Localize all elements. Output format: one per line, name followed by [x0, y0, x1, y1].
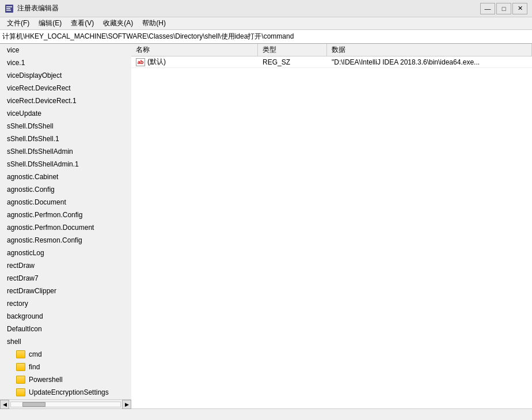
tree-item[interactable]: UpdateEncryptionSettings — [0, 386, 131, 399]
folder-icon — [16, 376, 25, 384]
cell-type: REG_SZ — [258, 56, 327, 67]
col-header-data[interactable]: 数据 — [327, 44, 532, 56]
tree-item[interactable]: DefaultIcon — [0, 323, 131, 335]
tree-horizontal-scrollbar[interactable]: ◀ ▶ — [0, 399, 131, 408]
title-bar-left: 注册表编辑器 — [5, 3, 59, 13]
tree-item-label: Powershell — [29, 374, 63, 385]
tree-items-container: vicevice.1viceDisplayObjectviceRect.Devi… — [0, 44, 131, 399]
tree-item[interactable]: rectDraw7 — [0, 272, 131, 285]
scroll-track[interactable] — [10, 402, 121, 407]
tree-item-label: sShell.DfsShell.1 — [7, 134, 59, 144]
tree-item-label: agnostic.Resmon.Config — [7, 235, 82, 245]
title-bar: 注册表编辑器 — □ ✕ — [0, 0, 532, 17]
tree-item[interactable]: viceRect.DeviceRect.1 — [0, 94, 131, 107]
cell-data: "D:\IDEA\IntelliJ IDEA 2018.3.6\bin\idea… — [327, 56, 532, 67]
address-bar: 计算机\HKEY_LOCAL_MACHINE\SOFTWARE\Classes\… — [0, 30, 532, 44]
tree-item[interactable]: rectory — [0, 297, 131, 310]
tree-item-label: background — [7, 311, 43, 321]
svg-rect-1 — [6, 6, 12, 7]
main-content: vicevice.1viceDisplayObjectviceRect.Devi… — [0, 44, 532, 408]
tree-item[interactable]: viceDisplayObject — [0, 69, 131, 82]
tree-item-label: viceUpdate — [7, 108, 41, 119]
svg-rect-3 — [6, 10, 11, 11]
tree-item-label: rectDraw — [7, 260, 35, 271]
tree-item[interactable]: sShell.DfsShell.1 — [0, 133, 131, 145]
maximize-button[interactable]: □ — [496, 3, 511, 14]
menu-view[interactable]: 查看(V) — [66, 17, 98, 29]
tree-item[interactable]: sShell.DfsShellAdmin — [0, 145, 131, 158]
tree-item-label: sShell.DfsShell — [7, 121, 54, 131]
cell-name: ab(默认) — [131, 56, 258, 67]
tree-item-label: viceDisplayObject — [7, 70, 62, 81]
tree-item-label: agnostic.Config — [7, 184, 55, 195]
tree-item[interactable]: find — [0, 361, 131, 373]
tree-item-label: vice.1 — [7, 58, 25, 68]
scroll-thumb[interactable] — [22, 402, 45, 407]
tree-item-label: sShell.DfsShellAdmin — [7, 146, 73, 157]
folder-icon — [16, 388, 25, 396]
tree-item[interactable]: sShell.DfsShell — [0, 120, 131, 133]
detail-rows-container: ab(默认)REG_SZ"D:\IDEA\IntelliJ IDEA 2018.… — [131, 56, 532, 68]
tree-item[interactable]: Powershell — [0, 373, 131, 386]
registry-value-name: (默认) — [147, 57, 166, 67]
tree-item[interactable]: shell — [0, 335, 131, 348]
menu-edit[interactable]: 编辑(E) — [34, 17, 66, 29]
registry-value-icon: ab — [136, 58, 145, 66]
menu-bar: 文件(F) 编辑(E) 查看(V) 收藏夹(A) 帮助(H) — [0, 17, 532, 30]
tree-item-label: agnostic.Cabinet — [7, 172, 58, 182]
tree-item[interactable]: agnostic.Perfmon.Config — [0, 209, 131, 221]
window-title: 注册表编辑器 — [17, 3, 59, 13]
tree-panel[interactable]: vicevice.1viceDisplayObjectviceRect.Devi… — [0, 44, 131, 399]
scroll-right-arrow[interactable]: ▶ — [122, 400, 131, 409]
tree-item[interactable]: sShell.DfsShellAdmin.1 — [0, 158, 131, 171]
col-header-name[interactable]: 名称 — [131, 44, 258, 56]
tree-item-label: rectDraw7 — [7, 273, 39, 283]
tree-item[interactable]: background — [0, 310, 131, 323]
table-row[interactable]: ab(默认)REG_SZ"D:\IDEA\IntelliJ IDEA 2018.… — [131, 56, 532, 68]
tree-item[interactable]: ▼使用idea打开 — [0, 399, 131, 399]
tree-panel-wrapper: vicevice.1viceDisplayObjectviceRect.Devi… — [0, 44, 131, 408]
close-button[interactable]: ✕ — [512, 3, 527, 14]
menu-help[interactable]: 帮助(H) — [138, 17, 170, 29]
title-bar-controls: — □ ✕ — [480, 3, 527, 14]
status-bar — [0, 408, 532, 420]
svg-rect-2 — [6, 8, 10, 9]
tree-item-label: rectDrawClipper — [7, 286, 56, 296]
folder-icon — [16, 350, 25, 358]
tree-item-label: agnostic.Perfmon.Document — [7, 222, 94, 233]
tree-item-label: agnostic.Document — [7, 197, 66, 207]
menu-favorites[interactable]: 收藏夹(A) — [98, 17, 138, 29]
tree-item[interactable]: vice — [0, 44, 131, 56]
tree-item[interactable]: viceRect.DeviceRect — [0, 82, 131, 94]
detail-panel: 名称 类型 数据 ab(默认)REG_SZ"D:\IDEA\IntelliJ I… — [131, 44, 532, 408]
tree-item-label: viceRect.DeviceRect.1 — [7, 96, 77, 106]
tree-item-label: rectory — [7, 298, 28, 309]
tree-item-label: agnosticLog — [7, 248, 44, 258]
tree-item[interactable]: agnostic.Perfmon.Document — [0, 221, 131, 234]
tree-item-label: DefaultIcon — [7, 324, 42, 334]
folder-icon — [16, 363, 25, 371]
tree-item-label: sShell.DfsShellAdmin.1 — [7, 159, 79, 169]
scroll-left-arrow[interactable]: ◀ — [0, 400, 9, 409]
tree-item[interactable]: rectDrawClipper — [0, 285, 131, 297]
tree-item[interactable]: agnostic.Cabinet — [0, 171, 131, 183]
col-header-type[interactable]: 类型 — [258, 44, 327, 56]
tree-item-label: cmd — [29, 349, 42, 360]
tree-item[interactable]: viceUpdate — [0, 107, 131, 120]
tree-item-label: find — [29, 362, 40, 372]
tree-item[interactable]: agnosticLog — [0, 247, 131, 259]
menu-file[interactable]: 文件(F) — [2, 17, 34, 29]
tree-item-label: shell — [7, 336, 21, 347]
tree-item[interactable]: rectDraw — [0, 259, 131, 272]
tree-item[interactable]: agnostic.Resmon.Config — [0, 234, 131, 247]
tree-item-label: vice — [7, 45, 19, 55]
tree-item[interactable]: agnostic.Document — [0, 196, 131, 209]
column-headers: 名称 类型 数据 — [131, 44, 532, 56]
regedit-icon — [5, 4, 14, 13]
address-path: 计算机\HKEY_LOCAL_MACHINE\SOFTWARE\Classes\… — [2, 32, 530, 41]
tree-item[interactable]: agnostic.Config — [0, 183, 131, 196]
minimize-button[interactable]: — — [480, 3, 495, 14]
tree-item[interactable]: cmd — [0, 348, 131, 361]
tree-item-label: viceRect.DeviceRect — [7, 83, 71, 93]
tree-item[interactable]: vice.1 — [0, 56, 131, 69]
